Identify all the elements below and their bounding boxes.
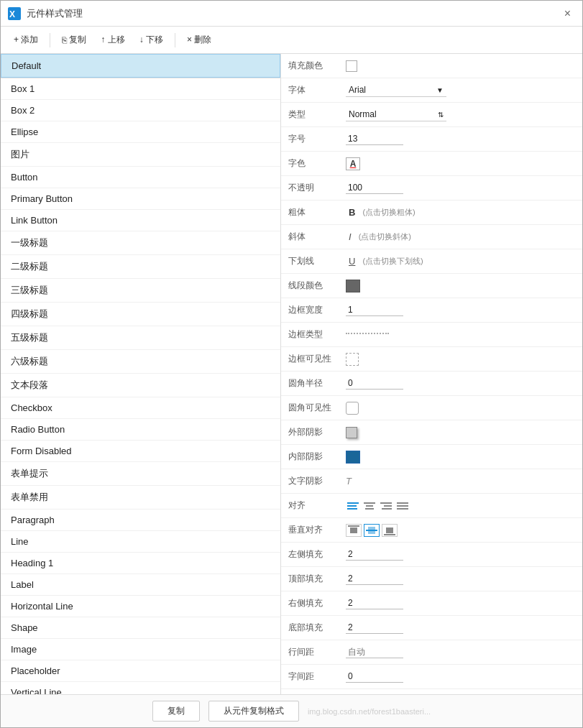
inner-shadow-row: 内部阴影: [281, 445, 582, 469]
list-item[interactable]: Link Button: [1, 210, 280, 231]
move-up-button[interactable]: ↑ 上移: [95, 32, 130, 48]
list-item[interactable]: Radio Button: [1, 419, 280, 441]
padding-right-label: 右侧填充: [288, 597, 346, 609]
list-item[interactable]: 六级标题: [1, 350, 280, 374]
italic-button[interactable]: I: [346, 230, 354, 244]
line-color-row: 线段颜色: [281, 274, 582, 298]
list-item[interactable]: Primary Button: [1, 188, 280, 210]
text-shadow-icon[interactable]: T: [346, 476, 352, 487]
underline-button[interactable]: U: [346, 254, 358, 268]
list-item[interactable]: Form Disabled: [1, 441, 280, 462]
border-visible-row: 边框可见性: [281, 347, 582, 372]
fill-color-label: 填充颜色: [288, 60, 346, 72]
font-color-value: A: [346, 157, 575, 170]
font-dropdown[interactable]: Arial ▼: [346, 83, 446, 97]
border-type-icon[interactable]: [346, 333, 389, 340]
corner-visible-icon[interactable]: [346, 402, 359, 415]
outer-shadow-icon[interactable]: [346, 427, 357, 438]
font-value: Arial ▼: [346, 83, 575, 97]
font-row: 字体 Arial ▼: [281, 78, 582, 103]
fill-color-value: [346, 60, 575, 72]
line-color-value: [346, 280, 575, 292]
padding-top-input[interactable]: [346, 573, 403, 585]
bold-button[interactable]: B: [346, 206, 358, 219]
italic-value: I (点击切换斜体): [346, 230, 575, 244]
padding-left-input[interactable]: [346, 548, 403, 561]
align-left-button[interactable]: [346, 500, 360, 512]
bold-label: 粗体: [288, 206, 346, 218]
list-item[interactable]: 二级标题: [1, 255, 280, 279]
list-item[interactable]: 一级标题: [1, 231, 280, 255]
list-item[interactable]: Heading 1: [1, 553, 280, 574]
align-buttons: [346, 500, 410, 512]
add-button[interactable]: + 添加: [8, 32, 44, 48]
list-item[interactable]: 图片: [1, 143, 280, 167]
list-item[interactable]: Ellipse: [1, 121, 280, 143]
opacity-input[interactable]: [346, 182, 403, 194]
align-justify-button[interactable]: [395, 500, 410, 512]
list-item[interactable]: Button: [1, 167, 280, 188]
line-color-label: 线段颜色: [288, 280, 346, 292]
list-item[interactable]: Checkbox: [1, 397, 280, 419]
copy-button[interactable]: ⎘ 复制: [56, 32, 92, 48]
valign-middle-button[interactable]: [364, 524, 380, 537]
move-down-button[interactable]: ↓ 下移: [134, 32, 169, 48]
close-button[interactable]: ×: [560, 6, 575, 22]
border-width-row: 边框宽度: [281, 298, 582, 323]
list-item[interactable]: Horizontal Line: [1, 596, 280, 617]
border-type-row: 边框类型: [281, 323, 582, 347]
list-item[interactable]: 三级标题: [1, 279, 280, 303]
padding-right-input[interactable]: [346, 597, 403, 609]
title-bar: X 元件样式管理 ×: [1, 1, 582, 27]
underline-row: 下划线 U (点击切换下划线): [281, 249, 582, 274]
valign-bottom-button[interactable]: [382, 524, 398, 537]
list-item[interactable]: Box 2: [1, 100, 280, 121]
list-item[interactable]: Placeholder: [1, 660, 280, 682]
default-style-item[interactable]: Default: [1, 54, 280, 78]
list-item[interactable]: Box 1: [1, 78, 280, 100]
list-item[interactable]: 文本段落: [1, 374, 280, 397]
border-visibility-icon[interactable]: [346, 353, 359, 366]
line-spacing-input[interactable]: [346, 646, 403, 658]
list-item[interactable]: Line: [1, 531, 280, 553]
list-item[interactable]: 五级标题: [1, 326, 280, 350]
line-color-swatch[interactable]: [346, 280, 360, 292]
copy-style-button[interactable]: 复制: [152, 701, 200, 722]
outer-shadow-row: 外部阴影: [281, 420, 582, 445]
line-spacing-value: [346, 646, 575, 658]
fill-color-checkbox[interactable]: [346, 60, 357, 72]
copy-from-component-button[interactable]: 从元件复制格式: [208, 701, 299, 722]
delete-button[interactable]: × 删除: [181, 32, 217, 48]
chevron-updown-icon: ⇅: [438, 111, 444, 119]
list-item[interactable]: Vertical Line: [1, 682, 280, 694]
border-type-value: [346, 330, 575, 340]
text-shadow-row: 文字阴影 T: [281, 469, 582, 494]
padding-left-row: 左侧填充: [281, 543, 582, 567]
font-color-swatch[interactable]: A: [346, 157, 360, 170]
corner-radius-input[interactable]: [346, 377, 403, 390]
align-right-button[interactable]: [379, 500, 393, 512]
svg-rect-7: [386, 527, 393, 533]
list-item[interactable]: Image: [1, 639, 280, 660]
border-width-input[interactable]: [346, 304, 403, 316]
list-item[interactable]: Label: [1, 574, 280, 596]
type-dropdown[interactable]: Normal ⇅: [346, 108, 446, 121]
corner-radius-value: [346, 377, 575, 390]
text-shadow-label: 文字阴影: [288, 475, 346, 487]
padding-top-row: 顶部填充: [281, 567, 582, 591]
char-spacing-input[interactable]: [346, 671, 403, 683]
list-item[interactable]: Shape: [1, 617, 280, 639]
list-item[interactable]: 表单禁用: [1, 486, 280, 510]
font-size-row: 字号: [281, 127, 582, 152]
font-size-value: [346, 133, 575, 145]
list-item[interactable]: Paragraph: [1, 510, 280, 531]
font-size-input[interactable]: [346, 133, 403, 145]
padding-bottom-input[interactable]: [346, 622, 403, 634]
inner-shadow-icon[interactable]: [346, 451, 360, 464]
list-item[interactable]: 四级标题: [1, 303, 280, 326]
align-center-button[interactable]: [362, 500, 377, 512]
list-item[interactable]: 表单提示: [1, 462, 280, 486]
valign-top-button[interactable]: [346, 524, 362, 537]
left-panel: Default Box 1Box 2Ellipse图片ButtonPrimary…: [1, 54, 281, 694]
bold-row: 粗体 B (点击切换粗体): [281, 201, 582, 225]
